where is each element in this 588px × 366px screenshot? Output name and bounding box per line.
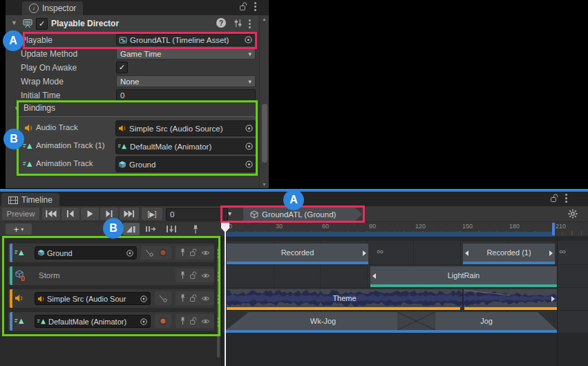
- lock-icon[interactable]: [190, 294, 197, 302]
- ease-in-ramp[interactable]: [226, 312, 249, 330]
- object-picker-icon[interactable]: [140, 318, 148, 326]
- pin-icon[interactable]: [180, 294, 186, 302]
- clip-label: Recorded (1): [486, 248, 531, 257]
- bindings-title: Bindings: [23, 103, 55, 113]
- tab-timeline[interactable]: Timeline: [1, 193, 59, 207]
- callout-badge-b: B: [3, 129, 24, 149]
- clip-theme[interactable]: Theme: [227, 289, 557, 310]
- track-header-simple-src[interactable]: Simple Src (Audio Sour: [8, 289, 214, 308]
- timeline-end-marker[interactable]: [552, 223, 555, 235]
- animation-track-icon: [15, 317, 25, 325]
- clip-jog[interactable]: Jog: [435, 312, 538, 330]
- curves-icon[interactable]: [158, 294, 168, 302]
- component-header: ▼ ✓ Playable Director ?: [6, 15, 258, 33]
- breadcrumb[interactable]: GroundATL (Ground): [243, 208, 362, 221]
- lock-icon[interactable]: [190, 248, 197, 257]
- crossfade-region[interactable]: [397, 312, 435, 330]
- wrap-mode-dropdown[interactable]: None ▾: [116, 75, 256, 87]
- preview-button[interactable]: Preview: [2, 208, 39, 220]
- breadcrumb-dropdown-icon[interactable]: ▾: [228, 210, 231, 217]
- scrollbar-thumb[interactable]: [262, 104, 267, 163]
- object-picker-icon[interactable]: [245, 124, 254, 133]
- binding-target-field[interactable]: DefaultMale (Animator): [115, 138, 256, 154]
- initial-time-field[interactable]: 0: [116, 89, 256, 101]
- menu-kebab-icon[interactable]: [254, 2, 256, 11]
- lock-icon[interactable]: [190, 317, 197, 325]
- track-header-ground[interactable]: Ground: [8, 244, 214, 262]
- binding-target-field[interactable]: Simple Src (Audio Source): [115, 120, 256, 136]
- clip-wkjog[interactable]: Wk-Jog: [249, 312, 397, 330]
- eye-icon[interactable]: [201, 318, 210, 324]
- lock-icon[interactable]: [240, 2, 247, 11]
- replace-mode-button[interactable]: [163, 223, 180, 235]
- component-enabled-checkbox[interactable]: ✓: [36, 18, 48, 30]
- object-picker-icon[interactable]: [140, 295, 148, 303]
- update-method-dropdown[interactable]: Game Time ▾: [116, 48, 256, 60]
- eye-icon[interactable]: [201, 295, 210, 302]
- clip-left-handle[interactable]: [372, 273, 376, 279]
- tab-inspector[interactable]: i Inspector: [22, 1, 83, 15]
- clip-right-handle[interactable]: [551, 296, 555, 302]
- object-picker-icon[interactable]: [245, 160, 254, 169]
- help-icon[interactable]: ?: [216, 18, 226, 28]
- pin-icon[interactable]: [180, 248, 186, 257]
- clip-left-handle[interactable]: [465, 250, 468, 256]
- pin-icon[interactable]: [180, 271, 186, 280]
- record-button[interactable]: [158, 316, 168, 326]
- track-binding-value: Ground: [47, 249, 124, 257]
- track-kebab-icon[interactable]: [218, 272, 220, 281]
- bindings-foldout-icon[interactable]: ▼: [14, 105, 20, 112]
- scroll-down-icon[interactable]: ▼: [262, 182, 267, 187]
- gear-icon[interactable]: [568, 209, 578, 219]
- add-track-button[interactable]: + ▾: [6, 223, 32, 235]
- clip-right-handle[interactable]: [549, 250, 553, 256]
- clip-recorded-1[interactable]: Recorded (1): [463, 244, 555, 264]
- object-picker-icon[interactable]: [244, 35, 253, 44]
- menu-kebab-icon[interactable]: [565, 194, 567, 203]
- track-header-storm[interactable]: {} Storm: [8, 266, 214, 285]
- record-button[interactable]: [158, 248, 168, 257]
- object-picker-icon[interactable]: [245, 142, 254, 151]
- clip-recorded[interactable]: Recorded: [227, 244, 368, 264]
- chevron-down-icon: ▾: [248, 51, 252, 57]
- foldout-icon[interactable]: ▼: [11, 19, 17, 26]
- play-on-awake-checkbox[interactable]: ✓: [116, 62, 128, 73]
- frame-field[interactable]: 0: [166, 208, 228, 221]
- curves-icon[interactable]: [144, 248, 154, 257]
- scroll-up-icon[interactable]: ▲: [262, 17, 267, 21]
- binding-target-field[interactable]: Ground: [115, 156, 256, 172]
- track-binding-field[interactable]: DefaultMale (Animator): [35, 315, 151, 328]
- clip-lightrain[interactable]: LightRain: [370, 266, 557, 287]
- inspector-tabbar: i Inspector: [6, 0, 269, 15]
- goto-end-button[interactable]: [120, 208, 139, 220]
- playable-object-field[interactable]: GroundATL (Timeline Asset): [116, 34, 256, 46]
- inspector-scrollbar[interactable]: ▲ ▼: [259, 15, 269, 188]
- play-range-button[interactable]: [▶]: [142, 208, 162, 220]
- track-kebab-icon[interactable]: [218, 249, 220, 258]
- track-header-defaultmale[interactable]: DefaultMale (Animator): [8, 312, 214, 331]
- track-kebab-icon[interactable]: [218, 295, 220, 304]
- component-kebab-icon[interactable]: [249, 19, 251, 28]
- presets-icon[interactable]: [234, 19, 243, 28]
- audio-clip-split: [462, 289, 464, 307]
- marker-pin-icon[interactable]: [188, 223, 203, 235]
- update-method-value: Game Time: [120, 50, 248, 58]
- prev-frame-button[interactable]: [61, 208, 79, 220]
- track-kebab-icon[interactable]: [218, 318, 220, 327]
- ease-out-ramp[interactable]: [538, 312, 557, 330]
- lock-icon[interactable]: [551, 194, 558, 203]
- track-binding-field[interactable]: Simple Src (Audio Sour: [35, 292, 151, 305]
- clip-right-handle[interactable]: [363, 250, 366, 256]
- track-binding-field[interactable]: Ground: [35, 246, 137, 259]
- lock-icon[interactable]: [190, 271, 197, 280]
- ripple-mode-button[interactable]: [142, 223, 159, 235]
- mix-mode-button[interactable]: [123, 223, 140, 235]
- object-picker-icon[interactable]: [126, 249, 134, 257]
- goto-start-button[interactable]: [42, 208, 60, 220]
- play-button[interactable]: [81, 208, 99, 220]
- cube-outline-icon: [250, 210, 258, 219]
- eye-icon[interactable]: [201, 250, 210, 256]
- clip-label: Wk-Jog: [310, 317, 336, 325]
- pin-icon[interactable]: [180, 317, 186, 325]
- eye-icon[interactable]: [201, 273, 210, 279]
